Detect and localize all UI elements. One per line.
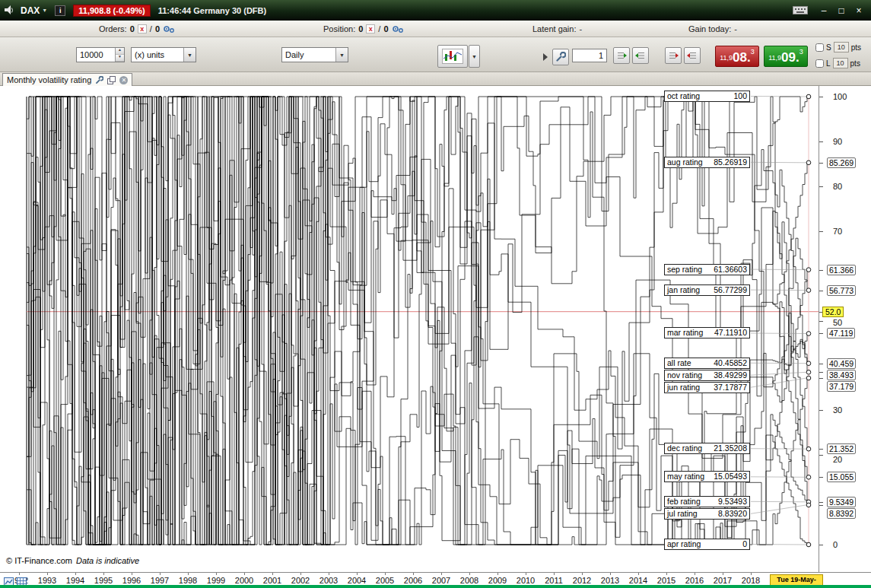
- quantity-stepper[interactable]: 10000 ▲▼: [76, 47, 125, 62]
- orders-working-count: 0: [155, 24, 160, 33]
- stop-pts-input[interactable]: 10: [834, 42, 849, 52]
- x-axis-year-label: 2000: [235, 576, 253, 585]
- duplicate-window-icon[interactable]: [107, 76, 116, 84]
- x-axis-tick-mark: [751, 573, 752, 575]
- units-dropdown-icon[interactable]: ▼: [183, 48, 195, 62]
- x-axis-current-date-label: Tue 19-May-2020: [770, 574, 823, 586]
- quantity-spinner[interactable]: ▲▼: [115, 48, 124, 62]
- close-button[interactable]: ×: [854, 5, 864, 16]
- limit-pts-input[interactable]: 10: [833, 58, 848, 68]
- account-status-row: Orders: 0 x / 0 Position: 0 x / 0 Late: [0, 21, 871, 37]
- quantity-value[interactable]: 10000: [77, 50, 115, 59]
- deal-settings-button[interactable]: [552, 49, 569, 65]
- x-axis-year-label: 2008: [460, 576, 478, 585]
- y-axis-tick-mark: [819, 270, 823, 271]
- x-axis-year-label: 2007: [432, 576, 450, 585]
- deal-qty-input[interactable]: 1: [572, 49, 607, 62]
- y-axis-label: 37.179: [827, 381, 856, 392]
- x-axis-tick-mark: [329, 573, 329, 575]
- chart-style-dropdown-icon[interactable]: ▼: [469, 45, 480, 68]
- x-axis-tick-mark: [188, 573, 189, 575]
- y-axis-label: 56.773: [827, 285, 856, 296]
- position-open-count: 0: [358, 24, 363, 33]
- stop-order-button-1[interactable]: [665, 47, 682, 64]
- chart-tab-close-icon[interactable]: ✕: [119, 76, 128, 84]
- chart-style-button[interactable]: [437, 45, 468, 68]
- stop-order-button-2[interactable]: [684, 47, 701, 64]
- x-axis-tick-mark: [160, 573, 161, 575]
- x-axis-tick-mark: [385, 573, 386, 575]
- stop-pts-unit: pts: [851, 43, 861, 52]
- limit-attach-checkbox[interactable]: [815, 59, 824, 68]
- y-axis-label: 90: [833, 137, 842, 146]
- chart-area[interactable]: oct rating100aug rating85.26919sep ratin…: [0, 86, 871, 588]
- chart-tab[interactable]: Monthly volatility rating ✕: [2, 73, 132, 86]
- y-axis-label: 21.352: [827, 443, 856, 454]
- chart-settings-wrench-icon[interactable]: [95, 76, 103, 84]
- y-axis-tick-mark: [819, 231, 823, 232]
- maximize-button[interactable]: □: [836, 5, 847, 16]
- y-axis-label: 61.366: [827, 265, 856, 275]
- trading-app-window: DAX ▼ i 11,908.8 (-0.49%) 11:46:44 Germa…: [0, 0, 871, 588]
- y-axis-tick-mark: [819, 410, 823, 411]
- y-axis-label: 8.8392: [827, 508, 856, 519]
- x-axis-tick-mark: [75, 573, 76, 575]
- speaker-icon[interactable]: [5, 5, 14, 15]
- x-axis-tick-mark: [554, 573, 555, 575]
- titlebar: DAX ▼ i 11,908.8 (-0.49%) 11:46:44 Germa…: [0, 0, 871, 21]
- y-axis-label: 9.5349: [827, 497, 856, 507]
- position-close-icon[interactable]: x: [366, 24, 375, 33]
- position-group: Position: 0 x / 0: [323, 23, 405, 35]
- x-axis-year-label: 2012: [573, 576, 591, 585]
- minimize-button[interactable]: –: [819, 5, 829, 16]
- instrument-name[interactable]: DAX: [21, 5, 40, 16]
- x-axis-tick-mark: [272, 573, 273, 575]
- x-axis-tick-mark: [300, 573, 301, 575]
- x-axis-year-label: 2004: [348, 576, 366, 585]
- x-axis-year-label: 2003: [319, 576, 338, 585]
- y-axis-label: 15.055: [827, 472, 856, 482]
- y-axis-tick-mark: [819, 321, 823, 322]
- buy-button[interactable]: 11,9 09. 3: [764, 46, 808, 67]
- stop-attach-checkbox[interactable]: [815, 43, 824, 52]
- orders-settings-gears-icon[interactable]: [163, 24, 176, 34]
- orders-close-icon[interactable]: x: [138, 24, 147, 33]
- buy-price-prefix: 11,9: [768, 52, 781, 64]
- x-axis-tick-mark: [582, 573, 583, 575]
- y-axis-label: 0: [833, 540, 838, 549]
- window-bottom-border: [0, 585, 871, 588]
- instrument-dropdown-icon[interactable]: ▼: [42, 8, 47, 13]
- x-axis-year-label: 2006: [404, 576, 422, 585]
- timeframe-value: Daily: [282, 50, 335, 59]
- keyboard-icon[interactable]: [793, 5, 808, 15]
- limit-order-button-2[interactable]: [632, 47, 649, 64]
- y-axis-label: 30: [833, 405, 842, 415]
- timeframe-dropdown-icon[interactable]: ▼: [335, 48, 348, 62]
- x-axis-tick-mark: [244, 573, 245, 575]
- limit-pts-unit: pts: [850, 59, 860, 68]
- info-icon[interactable]: i: [55, 5, 65, 16]
- x-axis-tick-mark: [723, 573, 723, 575]
- x-axis-tick-mark: [103, 573, 104, 575]
- limit-order-button-1[interactable]: [613, 47, 630, 64]
- limit-attach-label: L: [826, 59, 831, 68]
- latent-gain-label: Latent gain:: [532, 24, 577, 33]
- y-axis-label: 70: [833, 227, 842, 236]
- timeframe-select[interactable]: Daily ▼: [281, 47, 348, 62]
- sell-price-prefix: 11,9: [720, 52, 733, 64]
- indicative-text: Data is indicative: [76, 556, 139, 565]
- position-settings-gears-icon[interactable]: [392, 24, 405, 34]
- units-select[interactable]: (x) units ▼: [131, 47, 196, 62]
- chart-canvas[interactable]: [0, 86, 822, 573]
- sell-button[interactable]: 11,9 08. 3: [715, 46, 759, 67]
- y-axis[interactable]: 1009085.269807061.36656.77352.05047.1194…: [819, 86, 871, 573]
- y-axis-tick-mark: [819, 364, 823, 364]
- y-axis-label: 38.493: [827, 370, 856, 380]
- y-axis-label: 47.119: [827, 328, 855, 338]
- sell-price-big: 08.: [733, 51, 751, 64]
- deal-panel-collapse-icon[interactable]: [543, 53, 548, 61]
- copyright-note: © IT-Finance.comData is indicative: [6, 556, 139, 565]
- deal-qty-value[interactable]: 1: [573, 51, 606, 60]
- x-axis-tick-mark: [216, 573, 217, 575]
- units-value: (x) units: [132, 50, 183, 59]
